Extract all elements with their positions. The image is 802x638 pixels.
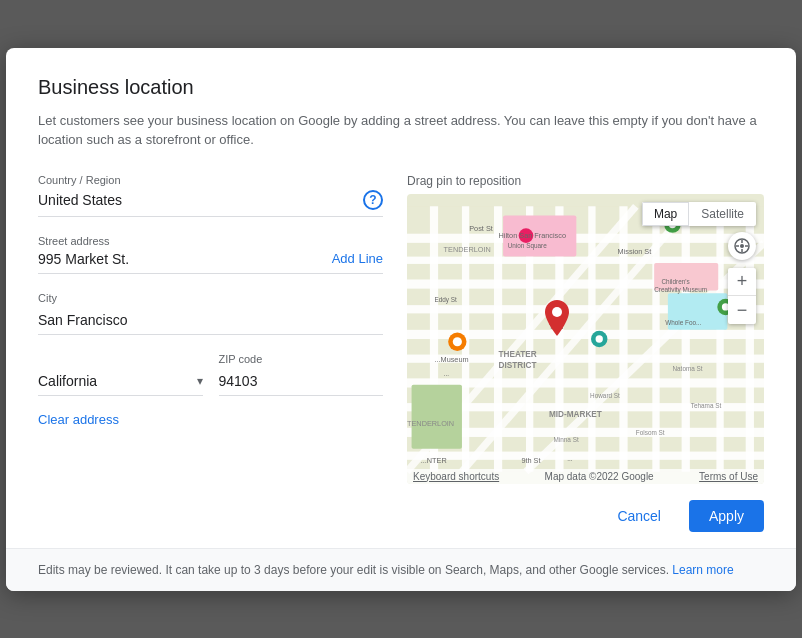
map-pin	[545, 300, 569, 339]
svg-text:9th St: 9th St	[521, 455, 540, 464]
svg-text:Union Square: Union Square	[508, 242, 548, 250]
notice-text: Edits may be reviewed. It can take up to…	[38, 563, 669, 577]
map-type-satellite-button[interactable]: Satellite	[689, 202, 756, 226]
map-data-label: Map data ©2022 Google	[545, 471, 654, 482]
country-input[interactable]	[38, 192, 363, 208]
state-zip-row: California New York Texas ▾ ZIP code	[38, 353, 383, 396]
svg-text:TENDERLOIN: TENDERLOIN	[407, 418, 454, 427]
zip-input[interactable]	[219, 369, 384, 396]
drag-label: Drag pin to reposition	[407, 174, 764, 188]
form-section: Country / Region ? Street address 995 Ma…	[38, 174, 383, 484]
svg-point-34	[596, 335, 603, 342]
map-type-map-button[interactable]: Map	[642, 202, 689, 226]
svg-text:DISTRICT: DISTRICT	[499, 361, 537, 370]
svg-text:Hilton San Francisco: Hilton San Francisco	[499, 231, 566, 240]
svg-text:Folsom St: Folsom St	[636, 429, 665, 436]
street-field-group: Street address 995 Market St. Add Line	[38, 235, 383, 274]
state-wrapper: California New York Texas ▾	[38, 373, 203, 396]
svg-point-65	[740, 244, 744, 248]
svg-rect-11	[407, 451, 764, 459]
svg-rect-26	[412, 384, 462, 448]
city-label: City	[38, 292, 383, 304]
street-row: 995 Market St. Add Line	[38, 251, 383, 274]
svg-text:Natoma St: Natoma St	[672, 365, 702, 372]
svg-text:...NTER: ...NTER	[421, 455, 447, 464]
svg-text:...Museum: ...Museum	[434, 354, 468, 363]
help-icon[interactable]: ?	[363, 190, 383, 210]
svg-text:Minna St: Minna St	[553, 436, 578, 443]
map-attribution: Keyboard shortcuts Map data ©2022 Google…	[407, 469, 764, 484]
modal-body: Business location Let customers see your…	[6, 48, 796, 484]
zoom-controls: + −	[728, 268, 756, 324]
svg-point-63	[552, 307, 562, 317]
svg-text:...: ...	[444, 369, 450, 376]
map-controls: Map Satellite	[642, 202, 756, 324]
map-type-toggle: Map Satellite	[642, 202, 756, 226]
map-section: Drag pin to reposition	[407, 174, 764, 484]
keyboard-shortcuts[interactable]: Keyboard shortcuts	[413, 471, 499, 482]
compass-icon	[734, 238, 750, 254]
terms-of-use[interactable]: Terms of Use	[699, 471, 758, 482]
country-label: Country / Region	[38, 174, 383, 186]
street-value: 995 Market St.	[38, 251, 129, 267]
add-line-button[interactable]: Add Line	[332, 251, 383, 266]
cancel-button[interactable]: Cancel	[601, 500, 677, 532]
country-field-group: Country / Region ?	[38, 174, 383, 217]
modal-footer-actions: Cancel Apply	[6, 484, 796, 548]
zip-label: ZIP code	[219, 353, 384, 365]
modal-title: Business location	[38, 76, 764, 99]
svg-text:TENDERLOIN: TENDERLOIN	[444, 245, 491, 254]
zoom-in-button[interactable]: +	[728, 268, 756, 296]
zip-wrapper: ZIP code	[219, 353, 384, 396]
compass-button[interactable]	[728, 232, 756, 260]
svg-text:MID-MARKET: MID-MARKET	[549, 409, 602, 418]
svg-text:Post St: Post St	[469, 223, 493, 232]
state-select-row: California New York Texas ▾	[38, 373, 203, 396]
learn-more-link[interactable]: Learn more	[672, 563, 733, 577]
svg-point-32	[453, 337, 462, 346]
zoom-out-button[interactable]: −	[728, 296, 756, 324]
content-area: Country / Region ? Street address 995 Ma…	[38, 174, 764, 484]
svg-text:Howard St: Howard St	[590, 392, 620, 399]
city-field-group: City	[38, 292, 383, 335]
chevron-down-icon: ▾	[197, 374, 203, 388]
modal-description: Let customers see your business location…	[38, 111, 764, 150]
country-wrapper: ?	[38, 190, 383, 217]
svg-text:Eddy St: Eddy St	[434, 296, 457, 304]
svg-text:Tehama St: Tehama St	[691, 401, 722, 408]
city-input[interactable]	[38, 308, 383, 335]
notice-bar: Edits may be reviewed. It can take up to…	[6, 548, 796, 591]
state-select[interactable]: California New York Texas	[38, 373, 197, 389]
svg-text:THEATER: THEATER	[499, 350, 537, 359]
map-container[interactable]: Post St Mission St Eddy St Turk THEATER …	[407, 194, 764, 484]
business-location-modal: Business location Let customers see your…	[6, 48, 796, 591]
apply-button[interactable]: Apply	[689, 500, 764, 532]
street-label: Street address	[38, 235, 383, 247]
clear-address-button[interactable]: Clear address	[38, 412, 119, 427]
svg-text:...: ...	[567, 454, 573, 461]
